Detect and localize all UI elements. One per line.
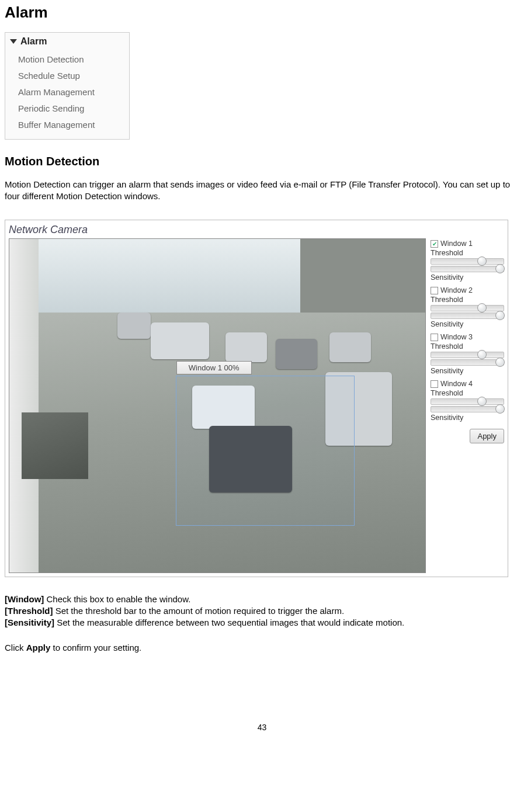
threshold-label: Threshold [431, 389, 504, 397]
window-3-threshold-slider[interactable] [431, 352, 504, 358]
camera-view[interactable]: Window 1 00% [9, 238, 426, 573]
threshold-label: Threshold [431, 296, 504, 304]
window-3-checkbox[interactable] [431, 334, 438, 341]
menu-item: Periodic Sending [18, 100, 124, 117]
sensitivity-label: Sensitivity [431, 414, 504, 422]
apply-button[interactable]: Apply [470, 429, 504, 443]
camera-title: Network Camera [9, 224, 504, 236]
window-3-group: Window 3 Threshold Sensitivity [431, 333, 504, 375]
window-2-sensitivity-slider[interactable] [431, 313, 504, 319]
menu-item: Schedule Setup [18, 68, 124, 84]
window-3-label: Window 3 [440, 333, 473, 341]
window-4-sensitivity-slider[interactable] [431, 406, 504, 412]
chevron-down-icon [10, 39, 17, 44]
page-number: 43 [5, 723, 519, 732]
def-threshold-key: [Threshold] [5, 606, 53, 616]
window-1-threshold-slider[interactable] [431, 258, 504, 265]
window-3-sensitivity-slider[interactable] [431, 359, 504, 366]
def-window-key: [Window] [5, 594, 44, 604]
section-title: Motion Detection [5, 155, 519, 168]
closing-sentence: Click Apply to confirm your setting. [5, 643, 519, 653]
intro-paragraph: Motion Detection can trigger an alarm th… [5, 179, 519, 202]
alarm-menu: Alarm Motion Detection Schedule Setup Al… [5, 32, 130, 140]
window-1-group: Window 1 Threshold Sensitivity [431, 240, 504, 282]
def-sensitivity-key: [Sensitivity] [5, 617, 54, 627]
window-4-checkbox[interactable] [431, 380, 438, 388]
window-4-threshold-slider[interactable] [431, 398, 504, 405]
detection-window-label: Window 1 00% [176, 361, 252, 374]
sensitivity-label: Sensitivity [431, 320, 504, 328]
window-2-threshold-slider[interactable] [431, 305, 504, 311]
alarm-menu-title: Alarm [20, 36, 47, 47]
motion-detection-screenshot: Network Camera Window 1 00% Wi [5, 220, 508, 577]
menu-item: Alarm Management [18, 84, 124, 100]
menu-item: Buffer Management [18, 117, 124, 133]
window-4-label: Window 4 [440, 380, 473, 388]
sensitivity-label: Sensitivity [431, 367, 504, 375]
window-2-label: Window 2 [440, 286, 473, 294]
alarm-menu-header: Alarm [10, 36, 124, 47]
definitions: [Window] Check this box to enable the wi… [5, 594, 519, 629]
window-1-checkbox[interactable] [431, 240, 438, 248]
window-1-label: Window 1 [440, 240, 473, 248]
window-1-sensitivity-slider[interactable] [431, 266, 504, 272]
window-4-group: Window 4 Threshold Sensitivity [431, 380, 504, 422]
sensitivity-label: Sensitivity [431, 273, 504, 282]
def-threshold-text: Set the threshold bar to the amount of m… [53, 606, 345, 616]
window-2-checkbox[interactable] [431, 287, 438, 294]
detection-window-overlay[interactable]: Window 1 00% [176, 376, 355, 526]
window-2-group: Window 2 Threshold Sensitivity [431, 286, 504, 328]
def-window-text: Check this box to enable the window. [44, 594, 190, 604]
def-sensitivity-text: Set the measurable difference between tw… [54, 617, 404, 627]
threshold-label: Threshold [431, 249, 504, 257]
threshold-label: Threshold [431, 342, 504, 351]
menu-item: Motion Detection [18, 51, 124, 68]
page-title: Alarm [5, 4, 519, 22]
settings-panel: Window 1 Threshold Sensitivity Window 2 … [431, 238, 504, 573]
